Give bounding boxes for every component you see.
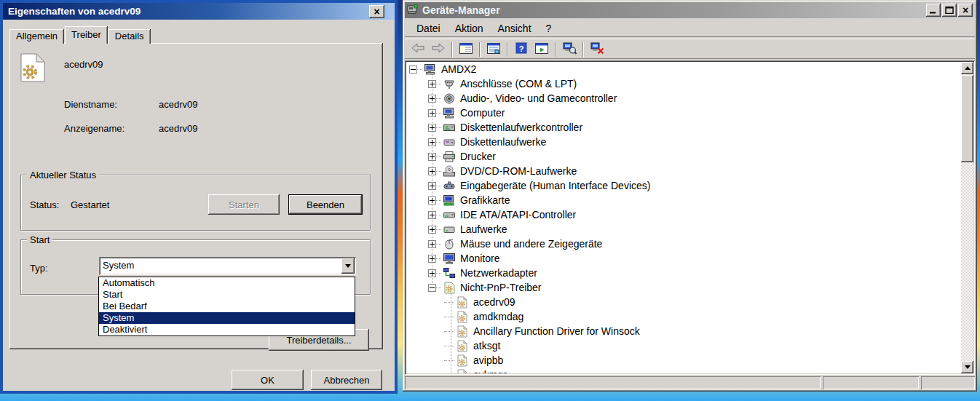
console-tree-button[interactable]	[456, 41, 476, 58]
service-name-label: Dienstname:	[64, 99, 117, 110]
tree-connector	[436, 287, 441, 288]
tree-connector	[436, 273, 441, 274]
dialog-titlebar[interactable]: Eigenschaften von acedrv09	[3, 3, 395, 20]
driver-icon	[456, 311, 469, 323]
tree-item-drucker[interactable]: Drucker	[406, 149, 961, 164]
tree-item-label: Netzwerkadapter	[459, 267, 539, 279]
forward-button[interactable]	[428, 41, 448, 58]
start-type-combobox[interactable]: System	[99, 257, 356, 275]
collapse-icon[interactable]	[409, 65, 417, 74]
tree-item-avipbb[interactable]: avipbb	[406, 353, 961, 368]
ide-icon	[443, 209, 456, 221]
menu-aktion[interactable]: Aktion	[448, 20, 491, 36]
cancel-button[interactable]: Abbrechen	[311, 370, 382, 390]
expand-icon[interactable]	[428, 109, 436, 117]
dropdown-option-automatisch[interactable]: Automatisch	[99, 277, 355, 289]
expand-icon[interactable]	[428, 182, 436, 190]
stop-service-button[interactable]: Beenden	[288, 194, 363, 215]
expand-icon[interactable]	[428, 167, 436, 175]
uninstall-button[interactable]	[587, 41, 607, 58]
tree-item-ancillary-function-driver-for-winsock[interactable]: Ancillary Function Driver for Winsock	[406, 324, 961, 338]
tree-item-nicht-pnp-treiber[interactable]: Nicht-PnP-Treiber	[406, 280, 961, 295]
tree-item-diskettenlaufwerkcontroller[interactable]: Diskettenlaufwerkcontroller	[406, 120, 961, 135]
close-window-button[interactable]: ×	[958, 4, 973, 17]
device-manager-titlebar[interactable]: Geräte-Manager ×	[405, 2, 975, 18]
tree-item-atksgt[interactable]: atksgt	[406, 338, 961, 353]
scroll-up-button[interactable]	[961, 62, 973, 74]
tree-connector	[436, 171, 441, 172]
dialog-title: Eigenschaften von acedrv09	[8, 6, 141, 17]
ok-button-label: OK	[261, 375, 274, 386]
tree-item-audio-video-und-gamecontroller[interactable]: Audio-, Video- und Gamecontroller	[406, 91, 961, 106]
back-button[interactable]	[408, 41, 428, 58]
tree-connector	[436, 142, 441, 143]
printer-icon	[443, 151, 456, 163]
tree-item-acedrv09[interactable]: acedrv09	[406, 295, 961, 309]
status-bar-panel	[405, 376, 821, 389]
toolbar-separator	[507, 42, 508, 57]
tree-item-label: atksgt	[472, 340, 502, 352]
dropdown-option-deaktiviert[interactable]: Deaktiviert	[99, 324, 355, 336]
tab-allgemein[interactable]: Allgemein	[9, 29, 64, 44]
menu-datei[interactable]: Datei	[409, 20, 448, 36]
menu-ansicht[interactable]: Ansicht	[491, 20, 539, 36]
tree-connector	[444, 360, 454, 361]
expand-icon[interactable]	[428, 269, 436, 277]
minimize-icon	[929, 4, 938, 17]
collapse-icon[interactable]	[428, 284, 436, 292]
expand-icon[interactable]	[428, 138, 436, 146]
expand-icon[interactable]	[428, 95, 436, 103]
expand-icon[interactable]	[428, 124, 436, 132]
tree-item-label: Computer	[459, 107, 506, 119]
tree-item-amdkmdag[interactable]: amdkmdag	[406, 309, 961, 324]
tree-item-laufwerke[interactable]: Laufwerke	[406, 222, 961, 237]
combobox-dropdown-button[interactable]	[341, 258, 355, 274]
tree-item-label: avipbb	[472, 354, 505, 366]
tab-treiber[interactable]: Treiber	[65, 26, 108, 44]
tab-details[interactable]: Details	[108, 29, 151, 44]
expand-icon[interactable]	[428, 255, 436, 263]
dropdown-option-system[interactable]: System	[99, 312, 355, 324]
scroll-down-button[interactable]	[961, 361, 973, 373]
tree-item-anschl-sse-com-lpt[interactable]: Anschlüsse (COM & LPT)	[406, 76, 961, 91]
expand-icon[interactable]	[428, 80, 436, 88]
expand-icon[interactable]	[428, 211, 436, 219]
tree-item-diskettenlaufwerke[interactable]: Diskettenlaufwerke	[406, 135, 961, 149]
tree-item-ide-ata-atapi-controller[interactable]: IDE ATA/ATAPI-Controller	[406, 207, 961, 222]
expand-icon[interactable]	[428, 240, 436, 248]
dropdown-option-start[interactable]: Start	[99, 289, 355, 301]
properties-button[interactable]	[483, 41, 504, 58]
menu-help[interactable]: ?	[539, 20, 559, 36]
tree-item-grafikkarte[interactable]: Grafikkarte	[406, 193, 961, 207]
expand-icon[interactable]	[428, 226, 436, 234]
help-button[interactable]: ?	[511, 41, 532, 58]
tree-item-m-use-und-andere-zeigeger-te[interactable]: Mäuse und andere Zeigegeräte	[406, 237, 961, 251]
expand-icon[interactable]	[428, 153, 436, 161]
tree-item-eingabeger-te-human-interface-devices[interactable]: Eingabegeräte (Human Interface Devices)	[406, 178, 961, 193]
driver-name: acedrv09	[64, 59, 103, 70]
tab-strip: AllgemeinTreiberDetails	[9, 27, 151, 44]
tree-item-dvd-cd-rom-laufwerke[interactable]: DVD/CD-ROM-Laufwerke	[406, 164, 961, 178]
minimize-button[interactable]	[926, 4, 941, 17]
tree-item-label: amdkmdag	[472, 311, 525, 322]
vertical-scrollbar[interactable]	[961, 62, 973, 373]
maximize-button[interactable]	[942, 4, 957, 17]
expand-icon[interactable]	[428, 196, 436, 205]
tree-item-label: Diskettenlaufwerkcontroller	[459, 122, 584, 133]
close-icon: ×	[374, 7, 379, 17]
tree-item-avkmgr[interactable]: avkmgr	[406, 368, 961, 373]
tree-item-monitore[interactable]: Monitore	[406, 251, 961, 266]
cancel-button-label: Abbrechen	[324, 375, 370, 386]
start-type-dropdown-list: AutomatischStartBei BedarfSystemDeaktivi…	[98, 277, 355, 336]
close-button[interactable]: ×	[369, 5, 384, 18]
scan-hardware-button[interactable]	[559, 41, 580, 58]
device-tree: AMDX2Anschlüsse (COM & LPT)Audio-, Video…	[406, 62, 961, 373]
dropdown-option-bei-bedarf[interactable]: Bei Bedarf	[99, 301, 355, 312]
tree-item-netzwerkadapter[interactable]: Netzwerkadapter	[406, 266, 961, 280]
show-window-button[interactable]	[532, 41, 552, 58]
scrollbar-thumb[interactable]	[961, 75, 973, 162]
ok-button[interactable]: OK	[232, 370, 304, 390]
svg-text:?: ?	[519, 44, 524, 53]
tree-item-computer[interactable]: Computer	[406, 106, 961, 120]
tree-item-amdx2[interactable]: AMDX2	[406, 62, 961, 76]
